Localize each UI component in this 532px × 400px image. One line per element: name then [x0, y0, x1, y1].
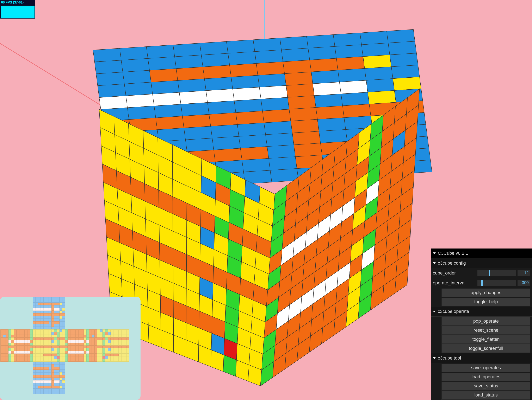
btn-reset-scene[interactable]: reset_scene [441, 326, 530, 335]
value-cube-order[interactable]: 12 [518, 270, 530, 276]
btn-toggle-screenfull[interactable]: toggle_screenfull [441, 344, 530, 353]
chevron-down-icon [433, 262, 436, 264]
svg-marker-12 [95, 60, 123, 74]
btn-save-status[interactable]: save_status [441, 382, 530, 390]
svg-marker-50 [152, 92, 181, 106]
prop-operate-interval[interactable]: operate_interval 300 [431, 278, 532, 288]
svg-marker-2 [146, 45, 175, 59]
svg-marker-8 [306, 35, 335, 48]
svg-marker-7 [280, 36, 308, 50]
svg-marker-114 [267, 145, 296, 159]
svg-marker-80 [316, 106, 344, 119]
section-config[interactable]: c3cube config [431, 258, 532, 268]
svg-marker-59 [393, 77, 421, 91]
svg-marker-37 [124, 82, 153, 96]
svg-marker-81 [343, 104, 371, 118]
svg-marker-27 [176, 67, 205, 80]
svg-marker-43 [285, 72, 313, 86]
btn-load-operates[interactable]: load_operates [441, 373, 530, 382]
svg-marker-76 [209, 113, 237, 126]
svg-marker-88 [211, 124, 239, 138]
svg-marker-63 [181, 103, 209, 116]
svg-marker-92 [317, 118, 346, 131]
panel-title-row[interactable]: C3Cube v0.2.1 [431, 248, 532, 258]
svg-marker-42 [258, 74, 286, 87]
svg-marker-68 [314, 94, 343, 108]
svg-marker-25 [123, 70, 151, 84]
prop-cube-order[interactable]: cube_order 12 [431, 268, 532, 278]
svg-marker-101 [239, 135, 267, 148]
svg-marker-4 [200, 42, 228, 55]
control-panel[interactable]: C3Cube v0.2.1 c3cube config cube_order 1… [431, 248, 532, 400]
svg-marker-40 [204, 77, 233, 91]
svg-marker-3 [173, 43, 202, 57]
svg-marker-16 [201, 53, 230, 67]
btn-load-status[interactable]: load_status [441, 391, 530, 400]
svg-marker-0 [93, 48, 121, 62]
svg-marker-69 [341, 92, 369, 106]
svg-marker-5 [227, 40, 255, 54]
svg-marker-13 [121, 58, 150, 72]
slider-operate-interval[interactable] [477, 280, 516, 286]
btn-save-operates[interactable]: save_operates [441, 364, 530, 372]
btn-pop-operate[interactable]: pop_operate [441, 317, 530, 326]
svg-marker-34 [363, 55, 392, 68]
btn-toggle-flatten[interactable]: toggle_flatten [441, 335, 530, 344]
svg-marker-103 [292, 131, 321, 145]
svg-marker-36 [98, 84, 126, 98]
svg-marker-64 [208, 101, 236, 114]
section-label: c3cube tool [438, 356, 461, 360]
svg-marker-33 [336, 56, 365, 70]
svg-marker-125 [242, 159, 270, 172]
svg-marker-102 [266, 133, 294, 147]
value-operate-interval[interactable]: 300 [518, 280, 530, 286]
svg-marker-58 [366, 79, 395, 92]
svg-marker-100 [212, 136, 241, 150]
axis-x [0, 43, 108, 109]
svg-marker-87 [184, 126, 212, 140]
svg-marker-52 [206, 89, 234, 103]
svg-marker-56 [313, 82, 341, 96]
svg-marker-65 [234, 99, 262, 113]
svg-marker-21 [335, 45, 363, 58]
slider-cube-order[interactable] [477, 270, 516, 276]
svg-marker-62 [154, 104, 183, 118]
panel-title: C3Cube v0.2.1 [438, 251, 468, 256]
svg-marker-15 [175, 55, 203, 69]
svg-marker-46 [365, 67, 393, 80]
svg-marker-57 [340, 80, 368, 94]
section-tool[interactable]: c3cube tool [431, 353, 532, 363]
svg-marker-126 [269, 157, 297, 170]
section-operate[interactable]: c3cube operate [431, 307, 532, 317]
svg-marker-90 [264, 121, 292, 135]
svg-marker-74 [156, 116, 184, 130]
svg-marker-67 [288, 96, 316, 109]
svg-marker-30 [256, 62, 285, 75]
svg-marker-45 [338, 68, 366, 82]
svg-marker-112 [214, 148, 242, 162]
svg-marker-66 [261, 98, 289, 111]
btn-toggle-help[interactable]: toggle_help [441, 298, 530, 306]
svg-marker-44 [311, 70, 340, 84]
svg-marker-23 [388, 41, 417, 55]
fps-label: 60 FPS (37-61) [0, 0, 35, 5]
section-label: c3cube config [438, 261, 466, 265]
svg-marker-38 [151, 80, 179, 94]
svg-marker-70 [368, 90, 396, 104]
btn-apply-changes[interactable]: apply_changes [441, 289, 530, 297]
svg-marker-78 [262, 109, 291, 123]
svg-marker-18 [255, 50, 283, 64]
svg-marker-91 [291, 119, 319, 133]
section-label: c3cube operate [438, 309, 469, 314]
svg-marker-31 [283, 60, 311, 74]
rubiks-cube[interactable] [93, 30, 432, 386]
svg-marker-22 [361, 43, 390, 56]
svg-marker-9 [333, 33, 362, 46]
svg-marker-53 [233, 87, 261, 101]
prop-label: operate_interval [433, 281, 476, 285]
svg-marker-39 [178, 79, 206, 92]
svg-marker-77 [236, 111, 264, 125]
svg-marker-26 [149, 69, 178, 82]
svg-marker-104 [319, 130, 347, 143]
svg-marker-48 [99, 96, 127, 109]
